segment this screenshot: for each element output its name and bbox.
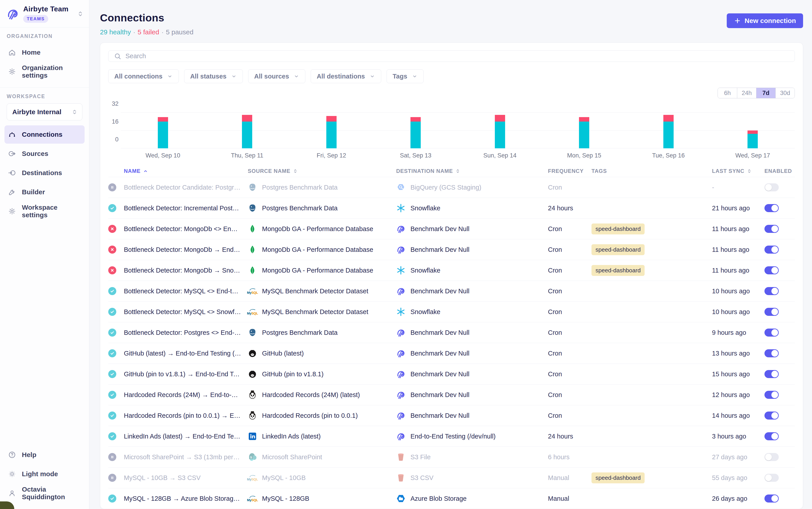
- filter-all-sources[interactable]: All sources: [248, 69, 305, 83]
- sidebar-item-organization-settings[interactable]: Organization settings: [4, 63, 85, 81]
- table-row[interactable]: Bottleneck Detector: MongoDb → End-to-En…: [108, 239, 795, 260]
- sidebar-item-workspace-settings[interactable]: Workspace settings: [4, 202, 85, 220]
- destination-cell: Benchmark Dev Null: [396, 286, 548, 296]
- org-name: Airbyte Team: [23, 5, 77, 13]
- enabled-toggle[interactable]: [765, 329, 779, 337]
- enabled-toggle[interactable]: [765, 183, 779, 191]
- x-axis-label: Tue, Sep 16: [626, 152, 711, 159]
- enabled-toggle[interactable]: [765, 287, 779, 295]
- toggle-knob: [771, 329, 778, 336]
- workspace-name: Airbyte Internal: [12, 108, 61, 116]
- bar-sat-sep-13[interactable]: [411, 117, 421, 148]
- enabled-toggle[interactable]: [765, 204, 779, 212]
- caret-updown-icon: [71, 109, 78, 115]
- column-header-label: NAME: [124, 168, 141, 174]
- new-connection-button[interactable]: New connection: [727, 13, 803, 28]
- filter-all-statuses[interactable]: All statuses: [184, 69, 243, 83]
- filter-all-connections[interactable]: All connections: [108, 69, 179, 83]
- frequency-cell: Cron: [548, 184, 591, 191]
- enabled-toggle[interactable]: [765, 411, 779, 419]
- table-row[interactable]: Bottleneck Detector: MySQL <> End-to-End…: [108, 281, 795, 301]
- enabled-toggle[interactable]: [765, 432, 779, 440]
- last-sync-cell: 13 hours ago: [712, 350, 765, 357]
- bar-mon-sep-15[interactable]: [579, 117, 589, 148]
- filter-all-destinations[interactable]: All destinations: [311, 69, 381, 83]
- tag-badge: speed-dashboard: [591, 265, 645, 276]
- column-header-name[interactable]: NAME: [124, 168, 248, 174]
- healthy-status-icon: [108, 308, 116, 316]
- sidebar-item-help[interactable]: Help: [4, 446, 85, 464]
- enabled-toggle[interactable]: [765, 474, 779, 482]
- enabled-toggle[interactable]: [765, 245, 779, 253]
- bar-thu-sep-11[interactable]: [242, 115, 252, 148]
- source-name: MySQL - 128GB: [262, 495, 315, 502]
- time-range-7d[interactable]: 7d: [756, 88, 775, 98]
- sort-icon: [747, 168, 752, 174]
- sidebar-item-home[interactable]: Home: [4, 43, 85, 62]
- sort-asc-icon: [143, 168, 148, 174]
- destination-name: End-to-End Testing (/dev/null): [411, 433, 501, 440]
- org-switcher[interactable]: Airbyte Team TEAMS: [0, 0, 89, 27]
- sidebar-item-octavia-squiddington[interactable]: Octavia Squiddington: [4, 484, 85, 502]
- column-header-source-name[interactable]: SOURCE NAME: [248, 168, 396, 174]
- bar-fri-sep-12[interactable]: [326, 116, 336, 148]
- sidebar-item-connections[interactable]: Connections: [4, 125, 85, 144]
- table-row[interactable]: MySQL - 10GB → S3 CSVMySQLMySQL - 10GBS3…: [108, 467, 795, 488]
- table-row[interactable]: Bottleneck Detector: MongoDb <> End-to-E…: [108, 218, 795, 239]
- destination-name: Snowflake: [411, 308, 446, 316]
- enabled-cell: [765, 349, 795, 357]
- table-row[interactable]: Microsoft SharePoint → S3 (13mb performa…: [108, 446, 795, 467]
- time-range-30d[interactable]: 30d: [775, 88, 794, 98]
- sidebar-item-destinations[interactable]: Destinations: [4, 164, 85, 182]
- last-sync-value: 21 hours ago: [712, 205, 750, 212]
- frequency-value: Cron: [548, 287, 562, 295]
- filter-tags[interactable]: Tags: [387, 69, 424, 83]
- sidebar-item-sources[interactable]: Sources: [4, 144, 85, 163]
- table-row[interactable]: LinkedIn Ads (latest) → End-to-End Testi…: [108, 426, 795, 446]
- time-range-6h[interactable]: 6h: [718, 88, 737, 98]
- table-row[interactable]: GitHub (latest) → End-to-End Testing (/d…: [108, 343, 795, 364]
- enabled-toggle[interactable]: [765, 370, 779, 378]
- column-header-last-sync[interactable]: LAST SYNC: [712, 168, 765, 174]
- destination-cell: Benchmark Dev Null: [396, 369, 548, 379]
- destination-name: Snowflake: [411, 205, 446, 212]
- enabled-toggle[interactable]: [765, 266, 779, 274]
- table-row[interactable]: Bottleneck Detector: MongoDb → Snowflake…: [108, 260, 795, 281]
- search-input[interactable]: [125, 53, 789, 60]
- s3-icon: [396, 452, 405, 462]
- table-row[interactable]: Hardcoded Records (24M) → End-to-End Te.…: [108, 384, 795, 405]
- table-row[interactable]: Bottleneck Detector Candidate: Postgres …: [108, 177, 795, 198]
- table-row[interactable]: Bottleneck Detector: Postgres <> End-to-…: [108, 322, 795, 343]
- column-header-destination-name[interactable]: DESTINATION NAME: [396, 168, 548, 174]
- workspace-selector[interactable]: Airbyte Internal: [7, 103, 83, 121]
- enabled-toggle[interactable]: [765, 495, 779, 503]
- status-cell: [108, 349, 124, 357]
- enabled-toggle[interactable]: [765, 308, 779, 316]
- bar-wed-sep-17[interactable]: [747, 131, 758, 148]
- filter-label: All statuses: [190, 73, 227, 80]
- enabled-toggle[interactable]: [765, 391, 779, 399]
- filter-label: All connections: [114, 73, 162, 80]
- table-row[interactable]: MySQL - 128GB → Azure Blob Storage JSOn …: [108, 488, 795, 509]
- table-row[interactable]: GitHub (pin to v1.8.1) → End-to-End Test…: [108, 364, 795, 384]
- enabled-toggle[interactable]: [765, 349, 779, 357]
- column-header-label: SOURCE NAME: [248, 168, 290, 174]
- table-row[interactable]: Hardcoded Records (pin to 0.0.1) → End-t…: [108, 405, 795, 426]
- bar-wed-sep-10[interactable]: [158, 117, 168, 148]
- status-cell: [108, 204, 124, 212]
- time-range-24h[interactable]: 24h: [737, 88, 756, 98]
- sidebar-item-light-mode[interactable]: Light mode: [4, 465, 85, 483]
- bar-tue-sep-16[interactable]: [663, 115, 674, 148]
- chart-slot: [373, 99, 458, 148]
- bar-sun-sep-14[interactable]: [495, 115, 505, 148]
- enabled-toggle[interactable]: [765, 225, 779, 233]
- sidebar-item-builder[interactable]: Builder: [4, 183, 85, 201]
- status-cell: [108, 453, 124, 461]
- enabled-toggle[interactable]: [765, 453, 779, 461]
- table-row[interactable]: Bottleneck Detector: MySQL <> SnowflakeM…: [108, 301, 795, 322]
- table-row[interactable]: Bottleneck Detector: Incremental Postgre…: [108, 198, 795, 218]
- source-cell: Postgres Benchmark Data: [248, 328, 396, 337]
- failed-bar-segment: [747, 131, 758, 134]
- paused-status-icon: [108, 183, 116, 191]
- failed-count: 5 failed: [137, 28, 159, 36]
